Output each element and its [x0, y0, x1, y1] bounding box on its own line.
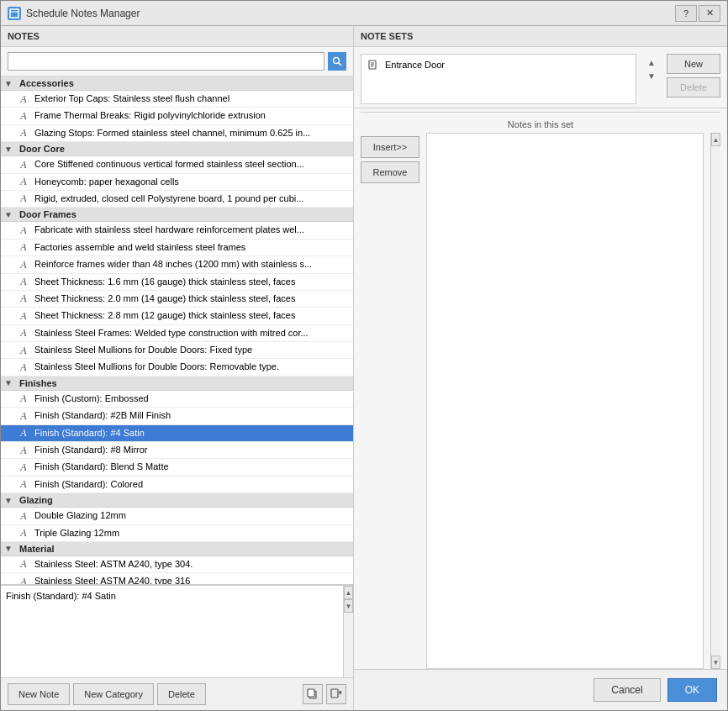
note-text: Finish (Standard): #8 Mirror	[34, 444, 346, 456]
help-button[interactable]: ?	[675, 5, 697, 22]
note-icon: A	[18, 310, 29, 322]
category-name: Door Core	[19, 144, 65, 154]
note-icon: A	[18, 159, 29, 171]
note-row[interactable]: A Stainless Steel: ASTM A240, type 316	[1, 573, 353, 585]
notes-header: NOTES	[1, 26, 353, 47]
close-button[interactable]: ✕	[699, 5, 720, 22]
category-row[interactable]: ▼Door Frames	[1, 208, 353, 222]
note-icon: A	[18, 528, 29, 540]
ok-button[interactable]: OK	[667, 678, 717, 702]
note-text: Sheet Thickness: 1.6 mm (16 gauge) thick…	[34, 276, 346, 288]
note-text: Finish (Standard): #4 Satin	[34, 427, 346, 440]
remove-button[interactable]: Remove	[361, 161, 419, 183]
search-bar	[1, 47, 353, 76]
category-arrow: ▼	[4, 544, 16, 553]
note-row[interactable]: A Finish (Standard): #2B Mill Finish	[1, 408, 353, 424]
note-icon: A	[18, 428, 29, 440]
notes-set-scroll-up[interactable]: ▲	[711, 133, 720, 146]
copy-icon-button[interactable]	[303, 684, 323, 704]
new-note-set-button[interactable]: New	[667, 54, 720, 74]
note-row[interactable]: A Finish (Standard): #4 Satin	[1, 425, 353, 442]
note-row[interactable]: A Finish (Standard): #8 Mirror	[1, 442, 353, 459]
window-title: Schedule Notes Manager	[26, 8, 670, 19]
svg-line-3	[339, 63, 342, 66]
note-row[interactable]: A Finish (Standard): Blend S Matte	[1, 459, 353, 476]
left-panel: NOTES ▼Accessories A Exterior Top Caps: …	[1, 26, 354, 710]
textarea-scroll-up[interactable]: ▲	[344, 586, 353, 599]
note-text: Fabricate with stainless steel hardware …	[34, 224, 346, 236]
note-sets-list: Entrance Door	[361, 54, 636, 104]
note-row[interactable]: A Stainless Steel Mullions for Double Do…	[1, 342, 353, 359]
note-row[interactable]: A Stainless Steel: ASTM A240, type 304.	[1, 556, 353, 573]
textarea-scroll-down[interactable]: ▼	[344, 599, 353, 613]
category-arrow: ▼	[4, 496, 16, 505]
note-row[interactable]: A Frame Thermal Breaks: Rigid polyvinylc…	[1, 108, 353, 124]
note-text: Finish (Standard): Blend S Matte	[34, 461, 346, 473]
insert-button[interactable]: Insert>>	[361, 136, 419, 158]
note-row[interactable]: A Glazing Stops: Formed stainless steel …	[1, 125, 353, 142]
note-icon: A	[18, 461, 29, 473]
note-row[interactable]: A Honeycomb: paper hexagonal cells	[1, 174, 353, 191]
search-input[interactable]	[8, 52, 324, 71]
note-text: Honeycomb: paper hexagonal cells	[34, 176, 346, 188]
category-name: Finishes	[19, 378, 57, 388]
new-note-button[interactable]: New Note	[8, 683, 70, 705]
note-text: Stainless Steel Mullions for Double Door…	[34, 344, 346, 356]
note-row[interactable]: A Factories assemble and weld stainless …	[1, 240, 353, 256]
main-content: NOTES ▼Accessories A Exterior Top Caps: …	[1, 26, 727, 710]
note-row[interactable]: A Reinforce frames wider than 48 inches …	[1, 256, 353, 273]
note-text: Factories assemble and weld stainless st…	[34, 241, 346, 254]
note-row[interactable]: A Finish (Custom): Embossed	[1, 391, 353, 408]
notes-set-scroll-down[interactable]: ▼	[711, 656, 720, 669]
note-row[interactable]: A Sheet Thickness: 2.8 mm (12 gauge) thi…	[1, 308, 353, 324]
note-row[interactable]: A Double Glazing 12mm	[1, 508, 353, 524]
note-text: Finish (Standard): #2B Mill Finish	[34, 409, 346, 422]
note-row[interactable]: A Fabricate with stainless steel hardwar…	[1, 222, 353, 239]
note-text: Triple Glazing 12mm	[34, 527, 346, 540]
note-text: Stainless Steel Frames: Welded type cons…	[34, 327, 346, 340]
note-icon: A	[18, 559, 29, 571]
note-row[interactable]: A Rigid, extruded, closed cell Polystyre…	[1, 191, 353, 208]
note-textarea[interactable]	[1, 586, 343, 677]
notes-in-set-section: Notes in this set Insert>> Remove ▲ ▼	[361, 116, 720, 669]
note-row[interactable]: A Triple Glazing 12mm	[1, 525, 353, 542]
search-button[interactable]	[328, 52, 346, 71]
note-icon: A	[18, 93, 29, 105]
category-row[interactable]: ▼Glazing	[1, 493, 353, 508]
note-text: Stainless Steel: ASTM A240, type 304.	[34, 558, 346, 571]
note-icon: A	[18, 361, 29, 373]
title-bar: Schedule Notes Manager ? ✕	[1, 1, 727, 26]
cancel-button[interactable]: Cancel	[593, 678, 660, 702]
note-row[interactable]: A Stainless Steel Frames: Welded type co…	[1, 325, 353, 342]
new-category-button[interactable]: New Category	[73, 683, 154, 705]
note-detail-container: ▲ ▼	[1, 585, 353, 677]
textarea-scrollbar: ▲ ▼	[343, 586, 353, 677]
notes-in-set-container: Insert>> Remove ▲ ▼	[361, 133, 720, 669]
note-row[interactable]: A Sheet Thickness: 1.6 mm (16 gauge) thi…	[1, 274, 353, 291]
note-set-item[interactable]: Entrance Door	[361, 55, 636, 75]
note-icon: A	[18, 445, 29, 456]
note-sets-arrows: ▲ ▼	[643, 54, 660, 84]
delete-note-button[interactable]: Delete	[157, 683, 206, 705]
export-icon-button[interactable]	[326, 684, 346, 704]
note-row[interactable]: A Core Stiffened continuous vertical for…	[1, 156, 353, 173]
note-icon: A	[18, 176, 29, 188]
note-icon: A	[18, 128, 29, 140]
insert-remove-buttons: Insert>> Remove	[361, 133, 419, 669]
note-icon: A	[18, 259, 29, 271]
note-row[interactable]: A Stainless Steel Mullions for Double Do…	[1, 359, 353, 376]
note-icon: A	[18, 276, 29, 288]
divider	[361, 112, 720, 113]
note-text: Sheet Thickness: 2.0 mm (14 gauge) thick…	[34, 292, 346, 305]
note-set-down-arrow[interactable]: ▼	[645, 69, 658, 82]
note-row[interactable]: A Finish (Standard): Colored	[1, 477, 353, 493]
note-row[interactable]: A Exterior Top Caps: Stainless steel flu…	[1, 91, 353, 108]
delete-note-set-button[interactable]: Delete	[667, 77, 720, 97]
category-row[interactable]: ▼Door Core	[1, 142, 353, 156]
category-row[interactable]: ▼Material	[1, 542, 353, 556]
category-row[interactable]: ▼Finishes	[1, 377, 353, 391]
category-row[interactable]: ▼Accessories	[1, 76, 353, 91]
note-row[interactable]: A Sheet Thickness: 2.0 mm (14 gauge) thi…	[1, 291, 353, 308]
note-set-up-arrow[interactable]: ▲	[645, 55, 658, 69]
svg-point-2	[334, 58, 340, 64]
